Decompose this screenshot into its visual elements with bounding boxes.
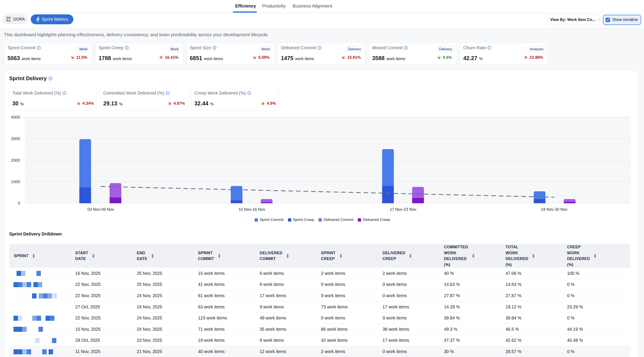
svg-text:RA: RA [6, 19, 10, 22]
svg-text:DO: DO [6, 16, 11, 19]
